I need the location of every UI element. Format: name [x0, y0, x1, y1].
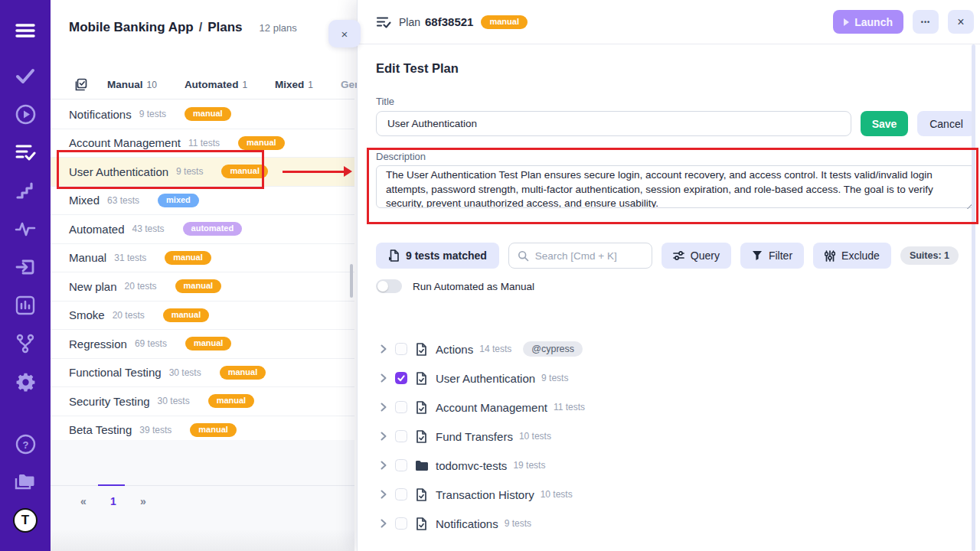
drawer-close-button[interactable]: ×	[948, 10, 974, 34]
close-icon: ×	[957, 15, 964, 29]
run-automated-toggle[interactable]	[376, 279, 402, 293]
suite-row[interactable]: User Authentication 9 tests	[376, 364, 975, 393]
plan-tests-count: 30 tests	[169, 367, 201, 378]
pulse-icon[interactable]	[0, 210, 51, 248]
drawer-collapse-button[interactable]: ×	[328, 20, 361, 47]
chevron-right-icon[interactable]	[381, 403, 387, 412]
suite-checkbox[interactable]	[395, 459, 407, 471]
title-input[interactable]	[376, 111, 851, 136]
plan-type-badge: mixed	[158, 194, 199, 207]
section-title: Plans	[207, 20, 242, 35]
plan-row[interactable]: Automated 43 tests automated	[51, 215, 354, 244]
suite-checkbox[interactable]	[395, 343, 407, 355]
suite-name: Fund Transfers	[436, 430, 513, 443]
suite-row[interactable]: Actions 14 tests @cypress	[376, 334, 975, 364]
pagination-next[interactable]: »	[139, 495, 148, 507]
chevron-right-icon[interactable]	[381, 461, 387, 470]
menu-icon[interactable]	[0, 11, 51, 50]
query-button[interactable]: Query	[662, 243, 731, 269]
file-check-icon	[415, 343, 428, 356]
plan-row[interactable]: User Authentication 9 tests manual	[51, 158, 354, 187]
help-icon[interactable]: ?	[0, 425, 51, 463]
folder-icon	[415, 459, 428, 472]
description-textarea[interactable]: The User Authentication Test Plan ensure…	[376, 165, 975, 208]
suite-row[interactable]: todomvc-tests 19 tests	[376, 451, 975, 480]
plan-name: Notifications	[69, 108, 132, 121]
pagination-page-1[interactable]: 1	[109, 495, 118, 507]
plans-footer: « 1 »	[51, 440, 354, 551]
plan-row[interactable]: New plan 20 tests manual	[51, 272, 354, 302]
chevron-right-icon[interactable]	[381, 519, 387, 528]
suite-row[interactable]: Fund Transfers 10 tests	[376, 422, 975, 451]
plans-panel: Mobile Banking App / Plans 12 plans Manu…	[51, 0, 354, 551]
suite-row[interactable]: Transaction History 10 tests	[376, 480, 975, 509]
file-check-icon	[415, 488, 428, 501]
plan-row[interactable]: Manual 31 tests manual	[51, 244, 354, 273]
launch-button[interactable]: Launch	[833, 10, 903, 34]
list-scrollbar-thumb[interactable]	[350, 264, 353, 298]
plan-type-badge: manual	[238, 136, 285, 150]
sign-in-icon[interactable]	[0, 248, 51, 286]
chevron-right-icon[interactable]	[381, 432, 387, 441]
plan-tests-count: 31 tests	[114, 253, 146, 263]
run-play-icon[interactable]	[0, 95, 51, 133]
pagination-prev[interactable]: «	[79, 495, 88, 507]
suite-checkbox[interactable]	[395, 488, 407, 500]
app-logo[interactable]: T	[0, 501, 51, 540]
suite-checkbox[interactable]	[395, 517, 407, 530]
plans-list-check-icon[interactable]	[0, 133, 51, 171]
save-button[interactable]: Save	[861, 111, 908, 136]
suite-checkbox[interactable]	[395, 401, 407, 413]
plan-type-badge: manual	[208, 394, 255, 408]
tests-matched-chip[interactable]: 9 tests matched	[376, 243, 499, 269]
footer-divider-accent	[98, 484, 125, 486]
suite-checkbox[interactable]	[395, 430, 407, 442]
svg-text:?: ?	[22, 439, 28, 450]
toggle-knob	[377, 281, 388, 292]
file-check-icon	[415, 372, 428, 385]
plan-row[interactable]: Account Management 11 tests manual	[51, 129, 354, 158]
suite-row[interactable]: Notifications 9 tests	[376, 509, 975, 538]
run-automated-toggle-row: Run Automated as Manual	[376, 279, 975, 294]
branch-icon[interactable]	[0, 324, 51, 363]
projects-folder-icon[interactable]	[0, 463, 51, 501]
filter-funnel-icon	[752, 250, 763, 261]
query-sliders-icon	[673, 250, 684, 261]
plan-row[interactable]: Mixed 63 tests mixed	[51, 187, 354, 216]
settings-gear-icon[interactable]	[0, 363, 51, 401]
steps-icon[interactable]	[0, 171, 51, 210]
footer-divider	[51, 485, 354, 486]
suite-checkbox[interactable]	[395, 372, 407, 384]
exclude-button[interactable]: Exclude	[813, 243, 891, 269]
chevron-right-icon[interactable]	[381, 490, 387, 499]
plan-row[interactable]: Regression 69 tests manual	[51, 330, 354, 359]
plan-type-badge: manual	[190, 423, 237, 437]
query-label: Query	[691, 249, 720, 262]
cancel-button[interactable]: Cancel	[917, 111, 975, 136]
plan-row[interactable]: Smoke 20 tests manual	[51, 302, 354, 331]
chevron-right-icon[interactable]	[381, 373, 387, 383]
analytics-icon[interactable]	[0, 286, 51, 324]
plans-tab[interactable]: Mixed1	[275, 79, 313, 90]
suite-row-partial[interactable]	[376, 546, 975, 551]
tab-count: 1	[308, 80, 313, 90]
description-field-group: Description The User Authentication Test…	[376, 151, 975, 211]
search-input[interactable]	[535, 250, 643, 262]
plan-row[interactable]: Notifications 9 tests manual	[51, 100, 354, 129]
chevron-right-icon[interactable]	[381, 344, 387, 354]
plan-name: Regression	[69, 337, 127, 350]
select-all-icon[interactable]	[73, 77, 88, 93]
tab-count: 1	[242, 80, 247, 90]
plan-tests-count: 9 tests	[139, 109, 166, 119]
plans-tab[interactable]: Automated1	[185, 79, 247, 90]
suite-row[interactable]: Account Management 11 tests	[376, 393, 975, 422]
check-icon[interactable]	[0, 57, 51, 95]
plan-row[interactable]: Functional Testing 30 tests manual	[51, 359, 354, 388]
drawer-scrollbar[interactable]	[972, 44, 975, 551]
more-options-button[interactable]: •••	[913, 10, 939, 34]
plans-tab[interactable]: Manual10	[107, 79, 157, 90]
plan-row[interactable]: Security Testing 30 tests manual	[51, 387, 354, 416]
suite-name: todomvc-tests	[436, 459, 507, 472]
filter-button[interactable]: Filter	[740, 243, 804, 269]
plan-tests-count: 9 tests	[176, 166, 203, 177]
